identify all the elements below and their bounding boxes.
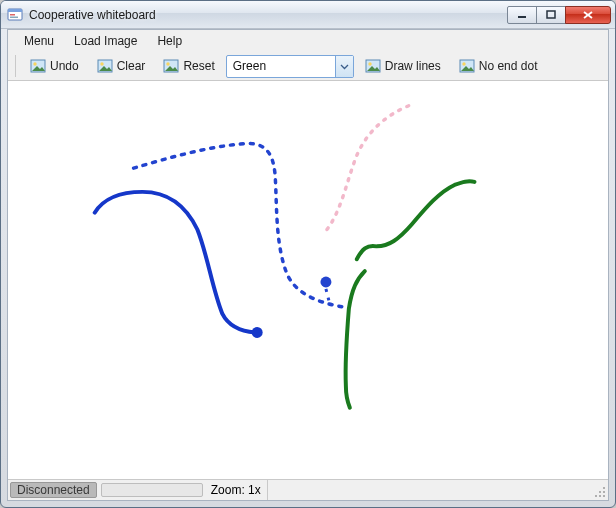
svg-point-13 bbox=[167, 62, 170, 65]
toolbar: Undo Clear Reset Green bbox=[8, 52, 608, 81]
minimize-button[interactable] bbox=[507, 6, 537, 24]
picture-icon bbox=[97, 58, 113, 74]
svg-point-24 bbox=[599, 491, 601, 493]
clear-button[interactable]: Clear bbox=[90, 55, 153, 77]
maximize-button[interactable] bbox=[536, 6, 566, 24]
svg-rect-4 bbox=[518, 16, 526, 18]
client-area: Menu Load Image Help Undo Clear bbox=[7, 29, 609, 501]
window-controls bbox=[508, 6, 611, 24]
status-connection: Disconnected bbox=[10, 482, 97, 498]
reset-label: Reset bbox=[183, 59, 214, 73]
picture-icon bbox=[459, 58, 475, 74]
status-progress bbox=[101, 483, 203, 497]
svg-point-15 bbox=[368, 62, 371, 65]
resize-grip-icon[interactable] bbox=[588, 480, 608, 500]
color-dropdown-value: Green bbox=[227, 56, 335, 77]
menu-load-image[interactable]: Load Image bbox=[64, 32, 147, 50]
picture-icon bbox=[365, 58, 381, 74]
app-window: Cooperative whiteboard Menu Load Image H… bbox=[0, 0, 616, 508]
svg-point-25 bbox=[595, 495, 597, 497]
no-end-dot-label: No end dot bbox=[479, 59, 538, 73]
svg-point-22 bbox=[599, 495, 601, 497]
undo-button[interactable]: Undo bbox=[23, 55, 86, 77]
svg-rect-5 bbox=[547, 11, 555, 18]
picture-icon bbox=[30, 58, 46, 74]
svg-point-23 bbox=[603, 487, 605, 489]
no-end-dot-button[interactable]: No end dot bbox=[452, 55, 545, 77]
svg-point-11 bbox=[100, 62, 103, 65]
svg-point-17 bbox=[462, 62, 465, 65]
svg-point-18 bbox=[320, 277, 331, 288]
undo-label: Undo bbox=[50, 59, 79, 73]
svg-point-19 bbox=[252, 327, 263, 338]
svg-point-9 bbox=[33, 62, 36, 65]
picture-icon bbox=[163, 58, 179, 74]
svg-point-20 bbox=[603, 495, 605, 497]
close-button[interactable] bbox=[565, 6, 611, 24]
menu-bar: Menu Load Image Help bbox=[8, 30, 608, 52]
menu-help[interactable]: Help bbox=[147, 32, 192, 50]
svg-rect-1 bbox=[8, 9, 22, 12]
close-icon bbox=[582, 10, 594, 20]
drawing-canvas[interactable] bbox=[8, 81, 608, 479]
app-icon bbox=[7, 7, 23, 23]
title-bar[interactable]: Cooperative whiteboard bbox=[1, 1, 615, 29]
color-dropdown[interactable]: Green bbox=[226, 55, 354, 78]
menu-menu[interactable]: Menu bbox=[14, 32, 64, 50]
canvas-strokes bbox=[8, 81, 608, 479]
window-title: Cooperative whiteboard bbox=[29, 8, 508, 22]
status-bar: Disconnected Zoom: 1x bbox=[8, 479, 608, 500]
svg-point-21 bbox=[603, 491, 605, 493]
svg-rect-2 bbox=[10, 14, 15, 16]
maximize-icon bbox=[546, 10, 556, 20]
status-zoom: Zoom: 1x bbox=[205, 480, 268, 500]
clear-label: Clear bbox=[117, 59, 146, 73]
draw-lines-label: Draw lines bbox=[385, 59, 441, 73]
chevron-down-icon bbox=[335, 56, 353, 77]
svg-rect-3 bbox=[10, 16, 18, 18]
toolbar-separator bbox=[15, 55, 16, 77]
minimize-icon bbox=[517, 10, 527, 20]
reset-button[interactable]: Reset bbox=[156, 55, 221, 77]
draw-lines-button[interactable]: Draw lines bbox=[358, 55, 448, 77]
